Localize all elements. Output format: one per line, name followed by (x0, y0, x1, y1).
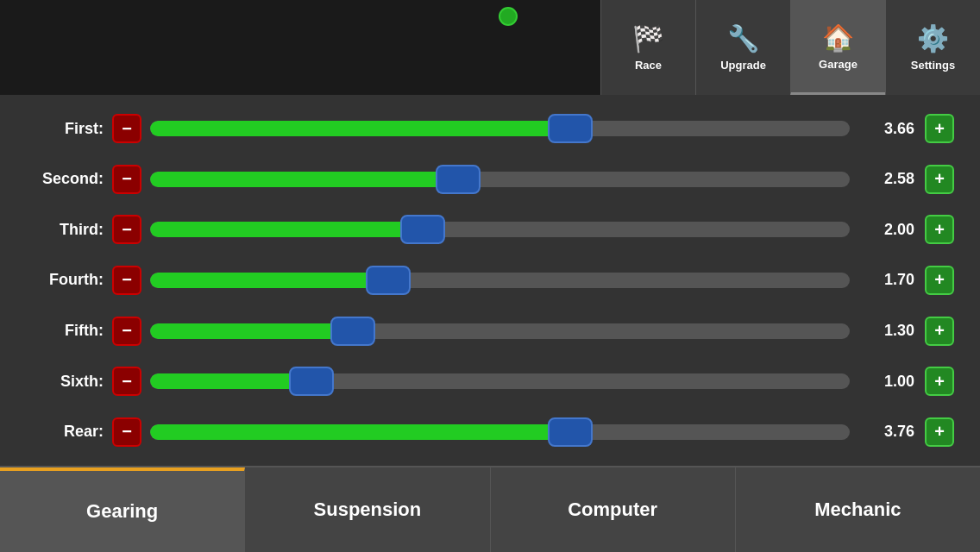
plus-btn-sixth[interactable]: + (925, 367, 954, 396)
slider-track-fifth (150, 323, 850, 339)
minus-btn-sixth[interactable]: − (112, 367, 141, 396)
gearing-panel: First: − 3.66 + Second: − 2.58 + Third (0, 95, 980, 466)
nav-tab-race[interactable]: 🏁 Race (600, 0, 695, 95)
minus-btn-first[interactable]: − (112, 114, 141, 143)
slider-sixth[interactable] (150, 367, 850, 396)
logo-area (9, 0, 198, 95)
minus-btn-second[interactable]: − (112, 165, 141, 194)
slider-thumb-third[interactable] (400, 215, 445, 244)
bottom-tab-computer[interactable]: Computer (491, 467, 736, 552)
nav-tab-garage[interactable]: 🏠 Garage (790, 0, 885, 95)
race-icon: 🏁 (632, 23, 664, 53)
slider-track-first (150, 121, 850, 136)
gear-row-fifth: Fifth: − 1.30 + (26, 309, 954, 354)
top-bar: 🏁 Race 🔧 Upgrade 🏠 Garage ⚙️ Settings (0, 0, 980, 95)
slider-first[interactable] (150, 114, 850, 143)
gear-label-fourth: Fourth: (26, 271, 112, 289)
minus-btn-fifth[interactable]: − (112, 317, 141, 346)
minus-btn-fourth[interactable]: − (112, 266, 141, 295)
slider-track-fourth (150, 273, 850, 288)
upgrade-label: Upgrade (720, 59, 766, 72)
gold-plus-button[interactable] (499, 7, 518, 26)
gear-value-sixth: 1.00 (867, 373, 914, 391)
currency-area (462, 7, 518, 26)
content-area: First: − 3.66 + Second: − 2.58 + Third (0, 95, 980, 552)
gear-label-rear: Rear: (26, 423, 112, 441)
plus-btn-third[interactable]: + (925, 215, 954, 244)
gear-row-second: Second: − 2.58 + (26, 157, 954, 202)
gold-display (488, 7, 518, 26)
bottom-tab-mechanic[interactable]: Mechanic (736, 467, 980, 552)
gear-value-rear: 3.76 (867, 423, 914, 441)
slider-fill-rear (150, 424, 591, 440)
nav-tabs: 🏁 Race 🔧 Upgrade 🏠 Garage ⚙️ Settings (600, 0, 980, 95)
slider-thumb-first[interactable] (548, 114, 593, 143)
slider-second[interactable] (150, 165, 850, 194)
garage-label: Garage (819, 58, 858, 71)
gear-label-fifth: Fifth: (26, 322, 112, 340)
slider-track-sixth (150, 373, 850, 389)
garage-icon: 🏠 (822, 22, 854, 53)
slider-track-rear (150, 424, 850, 440)
gear-value-first: 3.66 (867, 120, 914, 138)
slider-thumb-fifth[interactable] (330, 317, 375, 346)
gear-value-fifth: 1.30 (867, 322, 914, 340)
slider-rear[interactable] (150, 417, 850, 447)
slider-thumb-fourth[interactable] (366, 266, 411, 295)
plus-btn-rear[interactable]: + (925, 417, 954, 447)
gear-row-fourth: Fourth: − 1.70 + (26, 258, 954, 303)
slider-track-third (150, 222, 850, 237)
upgrade-icon: 🔧 (727, 23, 759, 53)
nav-tab-upgrade[interactable]: 🔧 Upgrade (695, 0, 790, 95)
slider-thumb-second[interactable] (436, 165, 481, 194)
slider-fill-first (150, 121, 591, 136)
plus-btn-first[interactable]: + (925, 114, 954, 143)
gear-row-rear: Rear: − 3.76 + (26, 410, 954, 455)
gear-row-sixth: Sixth: − 1.00 + (26, 359, 954, 404)
bottom-tab-suspension[interactable]: Suspension (245, 467, 490, 552)
slider-track-second (150, 172, 850, 187)
app-logo (9, 9, 198, 86)
plus-btn-fifth[interactable]: + (925, 317, 954, 346)
race-label: Race (635, 59, 662, 72)
slider-thumb-rear[interactable] (548, 417, 593, 447)
slider-fill-second (150, 172, 479, 187)
bottom-tabs: GearingSuspensionComputerMechanic (0, 466, 980, 552)
gear-value-second: 2.58 (867, 170, 914, 188)
nav-tab-settings[interactable]: ⚙️ Settings (885, 0, 980, 95)
gear-label-third: Third: (26, 221, 112, 239)
slider-fourth[interactable] (150, 266, 850, 295)
gear-value-fourth: 1.70 (867, 271, 914, 289)
gear-label-second: Second: (26, 170, 112, 188)
minus-btn-third[interactable]: − (112, 215, 141, 244)
gear-value-third: 2.00 (867, 221, 914, 239)
slider-third[interactable] (150, 215, 850, 244)
gear-row-third: Third: − 2.00 + (26, 207, 954, 252)
bottom-tab-gearing[interactable]: Gearing (0, 467, 245, 552)
gear-label-sixth: Sixth: (26, 373, 112, 391)
slider-thumb-sixth[interactable] (289, 367, 334, 396)
minus-btn-rear[interactable]: − (112, 417, 141, 447)
plus-btn-second[interactable]: + (925, 165, 954, 194)
gear-row-first: First: − 3.66 + (26, 106, 954, 151)
gear-label-first: First: (26, 120, 112, 138)
slider-fifth[interactable] (150, 317, 850, 346)
plus-btn-fourth[interactable]: + (925, 266, 954, 295)
settings-icon: ⚙️ (917, 23, 949, 53)
settings-label: Settings (911, 59, 955, 72)
